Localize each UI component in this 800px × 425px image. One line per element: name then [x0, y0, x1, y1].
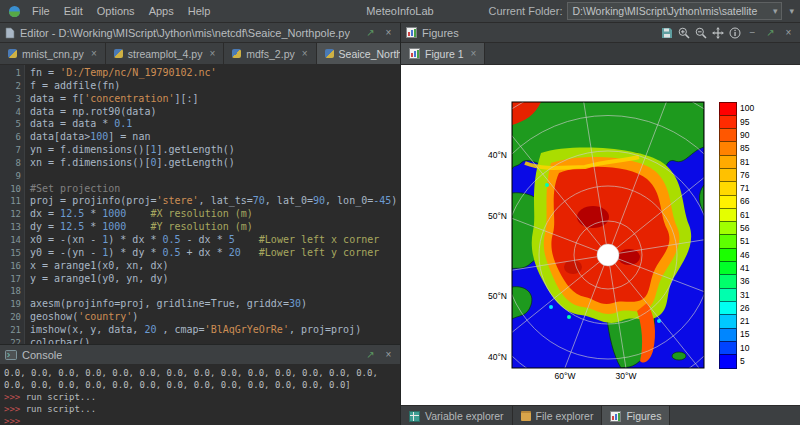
current-folder-combobox[interactable]: D:\Working\MIScript\Jython\mis\satellite…	[567, 2, 782, 20]
explorer-tabbar: Variable explorer File explorer Figures	[401, 405, 800, 425]
menu-item[interactable]: Apps	[142, 2, 181, 20]
console-panel: Console ↗ × 0.0, 0.0, 0.0, 0.0, 0.0, 0.0…	[0, 344, 400, 425]
toolbar-overflow-icon[interactable]: ▾	[787, 6, 796, 16]
python-file-icon	[232, 49, 241, 58]
console-float-button[interactable]: ↗	[364, 348, 377, 361]
colorbar-swatch	[719, 288, 737, 302]
colorbar-label: 31	[740, 291, 749, 300]
colorbar-label: 85	[740, 144, 749, 153]
lat-label: 50°N	[481, 211, 507, 221]
colorbar-entry: 36	[719, 275, 754, 288]
colorbar-swatch	[719, 102, 737, 116]
figure-tab-label: Figure 1	[425, 48, 464, 60]
explorer-tab-icon	[610, 411, 621, 422]
explorer-tab-label: Variable explorer	[425, 410, 504, 422]
terminal-icon	[5, 350, 17, 360]
colorbar-entry: 66	[719, 195, 754, 208]
colorbar-swatch	[719, 274, 737, 288]
colorbar-label: 15	[740, 330, 749, 339]
figures-minimize-button[interactable]: −	[746, 26, 759, 39]
meteoinfolab-window: MeteoInfoLab FileEditOptionsAppsHelp Cur…	[0, 0, 800, 425]
colorbar-label: 56	[740, 224, 749, 233]
explorer-tab[interactable]: Variable explorer	[401, 406, 513, 425]
colorbar-entry: 51	[719, 235, 754, 248]
colorbar-entry: 10	[719, 341, 754, 354]
explorer-tab-label: Figures	[626, 410, 661, 422]
editor-tab[interactable]: mdfs_2.py ×	[224, 43, 316, 64]
colorbar-entry: 15	[719, 328, 754, 341]
figures-close-button[interactable]: ×	[782, 26, 795, 39]
colorbar-entry: 90	[719, 129, 754, 142]
explorer-tab[interactable]: Figures	[602, 406, 670, 425]
colorbar-label: 71	[740, 184, 749, 193]
colorbar-swatch	[719, 128, 737, 142]
editor-tab[interactable]: Seaice_Northpole.py ×	[317, 43, 400, 64]
editor-tab-label: mdfs_2.py	[246, 48, 294, 60]
colorbar-swatch	[719, 155, 737, 169]
lat-label: 40°N	[481, 352, 507, 362]
colorbar-swatch	[719, 141, 737, 155]
console-close-button[interactable]: ×	[382, 348, 395, 361]
pan-button[interactable]	[712, 27, 724, 39]
menu-item[interactable]: File	[25, 2, 57, 20]
colorbar-entry: 5	[719, 355, 754, 368]
figure-tabbar: Figure 1 ×	[401, 43, 800, 65]
colorbar-label: 61	[740, 211, 749, 220]
editor-tab[interactable]: streamplot_4.py ×	[106, 43, 225, 64]
colorbar-swatch	[719, 181, 737, 195]
colorbar-label: 41	[740, 264, 749, 273]
colorbar-entry: 76	[719, 168, 754, 181]
editor-panel-title: Editor - D:\Working\MIScript\Jython\mis\…	[20, 27, 350, 39]
editor-tab-close-icon[interactable]: ×	[302, 48, 308, 59]
colorbar-swatch	[719, 248, 737, 262]
current-folder-value: D:\Working\MIScript\Jython\mis\satellite	[572, 5, 757, 17]
menu-item[interactable]: Options	[90, 2, 142, 20]
editor-float-button[interactable]: ↗	[364, 26, 377, 39]
editor-tab-close-icon[interactable]: ×	[91, 48, 97, 59]
explorer-tab-icon	[409, 411, 420, 422]
colorbar-swatch	[719, 115, 737, 129]
figure-canvas[interactable]: 40°N 50°N 50°N 40°N 60°W 30°W 100	[401, 65, 800, 405]
figures-panel-title: Figures	[422, 27, 459, 39]
editor-tab-close-icon[interactable]: ×	[209, 48, 215, 59]
colorbar-entry: 100	[719, 102, 754, 115]
colorbar-label: 66	[740, 197, 749, 206]
python-file-icon	[8, 49, 17, 58]
explorer-tab[interactable]: File explorer	[513, 406, 603, 425]
colorbar-swatch	[719, 354, 737, 369]
document-icon	[5, 27, 15, 39]
menu-item[interactable]: Help	[181, 2, 218, 20]
combo-caret-icon[interactable]: ▾	[773, 6, 778, 16]
colorbar-entry: 61	[719, 208, 754, 221]
colorbar-swatch	[719, 221, 737, 235]
editor-panel: Editor - D:\Working\MIScript\Jython\mis\…	[0, 23, 400, 344]
lat-label: 50°N	[481, 291, 507, 301]
editor-close-button[interactable]: ×	[382, 26, 395, 39]
zoom-in-button[interactable]	[678, 27, 690, 39]
colorbar-label: 46	[740, 251, 749, 260]
editor-gutter: 12345678910111213141516171819202122	[0, 65, 25, 344]
tab-figure-1[interactable]: Figure 1 ×	[401, 43, 485, 64]
save-figure-button[interactable]	[661, 27, 673, 39]
console-output[interactable]: 0.0, 0.0, 0.0, 0.0, 0.0, 0.0, 0.0, 0.0, …	[0, 365, 400, 425]
editor-tab[interactable]: mnist_cnn.py ×	[0, 43, 106, 64]
colorbar-label: 81	[740, 158, 749, 167]
colorbar: 100 95 90	[719, 102, 754, 368]
current-folder-label: Current Folder:	[488, 5, 562, 17]
colorbar-label: 5	[740, 357, 745, 366]
editor-tabbar: mnist_cnn.py × streamplot_4.py × mdfs_2.	[0, 43, 400, 65]
identify-info-button[interactable]	[729, 27, 741, 39]
zoom-out-button[interactable]	[695, 27, 707, 39]
colorbar-entry: 95	[719, 115, 754, 128]
code-editor[interactable]: 12345678910111213141516171819202122 fn =…	[0, 65, 400, 344]
editor-code[interactable]: fn = 'D:/Temp/nc/N_19790102.nc'f = addfi…	[25, 65, 400, 344]
figure-tab-close-icon[interactable]: ×	[471, 48, 477, 59]
colorbar-swatch	[719, 168, 737, 182]
figures-float-button[interactable]: ↗	[764, 26, 777, 39]
menu-item[interactable]: Edit	[57, 2, 90, 20]
colorbar-swatch	[719, 261, 737, 275]
colorbar-swatch	[719, 328, 737, 342]
colorbar-entry: 71	[719, 182, 754, 195]
colorbar-entry: 46	[719, 248, 754, 261]
colorbar-swatch	[719, 314, 737, 328]
